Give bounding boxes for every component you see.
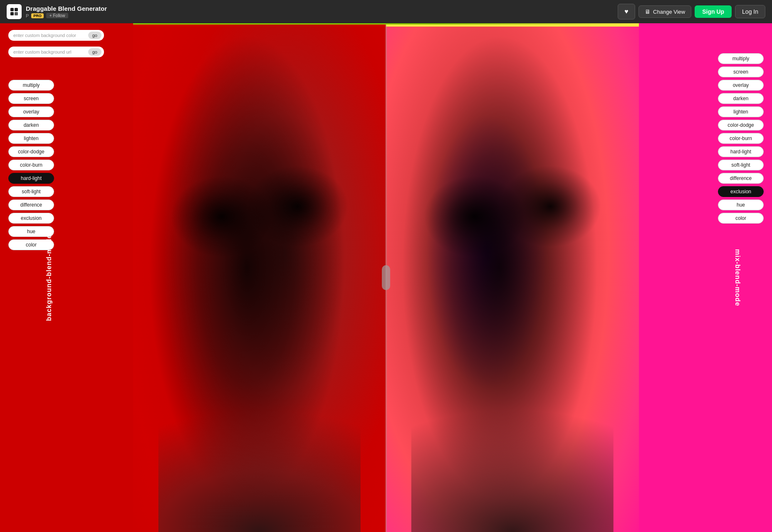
left-panel: go go multiplyscreenoverlaydarkenlighten… [0, 23, 133, 532]
blend-btn-right-color-dodge-r[interactable]: color-dodge [718, 120, 764, 131]
blend-btn-right-hue-r[interactable]: hue [718, 200, 764, 210]
bg-color-input[interactable] [13, 32, 88, 38]
pro-badge: PRO [31, 13, 44, 18]
signup-button[interactable]: Sign Up [695, 5, 732, 18]
blend-btn-left-exclusion[interactable]: exclusion [8, 213, 54, 224]
logo-icon [10, 7, 19, 16]
app-subtitle: P PRO Follow [26, 13, 107, 18]
app-header: Draggable Blend Generator P PRO Follow ♥… [0, 0, 772, 23]
blend-btn-left-color[interactable]: color [8, 239, 54, 250]
bg-color-go-button[interactable]: go [88, 32, 101, 39]
blend-btn-right-screen-r[interactable]: screen [718, 66, 764, 77]
bg-color-input-row: go [8, 30, 104, 41]
follow-badge[interactable]: Follow [46, 13, 69, 18]
login-button[interactable]: Log In [735, 5, 765, 18]
change-view-button[interactable]: 🖥 Change View [638, 5, 691, 18]
blend-btn-right-lighten-r[interactable]: lighten [718, 106, 764, 117]
blend-btn-left-soft-light[interactable]: soft-light [8, 186, 54, 197]
heart-button[interactable]: ♥ [618, 4, 635, 20]
background-blend-mode-buttons: multiplyscreenoverlaydarkenlightencolor-… [8, 80, 54, 250]
header-p-label: P [26, 13, 29, 18]
blend-btn-right-exclusion-r[interactable]: exclusion [718, 186, 764, 197]
blend-btn-left-darken[interactable]: darken [8, 120, 54, 131]
blend-btn-left-lighten[interactable]: lighten [8, 133, 54, 144]
change-view-label: Change View [653, 9, 685, 15]
bg-url-go-button[interactable]: go [88, 48, 101, 56]
bg-url-input-row: go [8, 47, 104, 57]
svg-rect-1 [15, 8, 18, 11]
drag-handle-pill [382, 265, 390, 290]
blend-btn-right-soft-light-r[interactable]: soft-light [718, 160, 764, 170]
blend-btn-right-difference-r[interactable]: difference [718, 173, 764, 184]
blend-btn-right-color-r[interactable]: color [718, 213, 764, 224]
right-panel: multiplyscreenoverlaydarkenlightencolor-… [639, 23, 772, 532]
bg-url-input[interactable] [13, 49, 88, 55]
blend-btn-left-overlay[interactable]: overlay [8, 106, 54, 117]
app-title-block: Draggable Blend Generator P PRO Follow [26, 5, 107, 18]
blend-drag-handle[interactable] [385, 23, 387, 532]
svg-rect-0 [10, 8, 14, 11]
blend-btn-right-darken-r[interactable]: darken [718, 93, 764, 104]
blend-btn-right-overlay-r[interactable]: overlay [718, 80, 764, 91]
blend-btn-left-color-dodge[interactable]: color-dodge [8, 146, 54, 157]
blend-btn-right-color-burn-r[interactable]: color-burn [718, 133, 764, 144]
canvas-area[interactable] [133, 23, 639, 532]
svg-rect-3 [15, 12, 18, 15]
blend-btn-right-hard-light-r[interactable]: hard-light [718, 146, 764, 157]
blend-btn-right-multiply-r[interactable]: multiply [718, 53, 764, 64]
app-title: Draggable Blend Generator [26, 5, 107, 12]
canvas-left-half [133, 23, 386, 532]
face-left-overlay [133, 23, 386, 532]
blend-btn-left-hue[interactable]: hue [8, 226, 54, 237]
mix-blend-mode-buttons: multiplyscreenoverlaydarkenlightencolor-… [718, 53, 764, 224]
heart-icon: ♥ [624, 8, 628, 15]
face-right-overlay [386, 23, 639, 532]
main-layout: go go multiplyscreenoverlaydarkenlighten… [0, 23, 772, 532]
canvas-right-half [386, 23, 639, 532]
top-accent-line [133, 23, 639, 25]
app-logo [7, 4, 22, 19]
blend-btn-left-hard-light[interactable]: hard-light [8, 173, 54, 184]
blend-btn-left-color-burn[interactable]: color-burn [8, 160, 54, 170]
svg-rect-2 [10, 12, 14, 15]
blend-btn-left-multiply[interactable]: multiply [8, 80, 54, 91]
blend-btn-left-screen[interactable]: screen [8, 93, 54, 104]
blend-btn-left-difference[interactable]: difference [8, 200, 54, 210]
canvas-container [133, 23, 639, 532]
monitor-icon: 🖥 [645, 8, 651, 15]
mix-blend-mode-label: mix-blend-mode [734, 249, 741, 306]
